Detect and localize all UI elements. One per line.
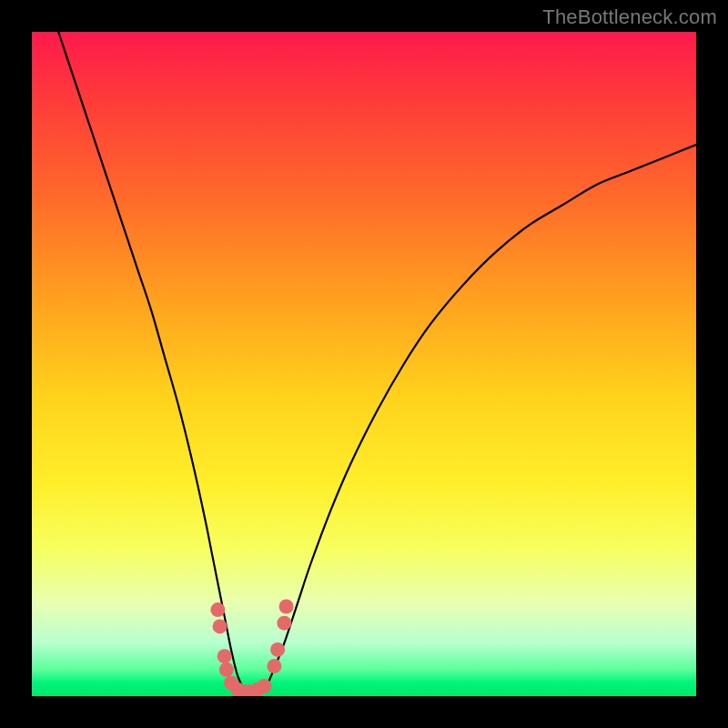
marker-dot [270,642,285,657]
chart-frame: TheBottleneck.com [0,0,728,728]
marker-dot [238,684,252,696]
marker-dot [230,682,245,696]
marker-dot [250,682,265,696]
marker-dot [217,649,232,663]
curve-layer [32,32,696,696]
marker-dot [219,662,234,677]
marker-dot [213,619,228,633]
bottleneck-curve [58,32,696,696]
marker-dot [258,679,272,693]
marker-cluster [210,600,293,697]
marker-dot [267,659,281,673]
watermark-text: TheBottleneck.com [542,5,717,29]
marker-dot [224,675,238,690]
marker-dot [210,602,225,617]
marker-dot [244,684,258,696]
plot-area [32,32,696,696]
marker-dot [279,600,294,614]
marker-dot [277,616,291,631]
